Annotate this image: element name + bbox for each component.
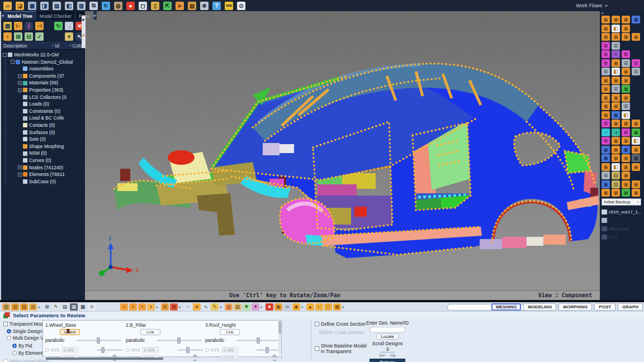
cat-icon[interactable]: ◉ xyxy=(274,303,282,311)
dropdown-caret-icon[interactable]: ▾ xyxy=(342,305,346,309)
morph-tool-icon[interactable]: ▣ xyxy=(602,25,610,32)
dropdown-caret-icon[interactable]: ▾ xyxy=(156,305,160,309)
export-mesh-icon[interactable]: ▤ xyxy=(29,303,37,311)
help-icon[interactable]: ? xyxy=(212,2,221,10)
slider-thumb[interactable] xyxy=(266,347,269,353)
wand-icon[interactable]: ✦ xyxy=(252,303,259,311)
morph-tool-icon[interactable]: ▣ xyxy=(622,163,630,171)
morph-tool-icon[interactable]: ▣ xyxy=(612,154,620,162)
window-copy-icon[interactable]: ⊞ xyxy=(43,303,51,311)
vertical-scrollbar[interactable] xyxy=(278,321,281,355)
car-model-canvas[interactable]: z x xyxy=(85,11,600,300)
mode-tab-modeling[interactable]: MODELING xyxy=(523,303,556,311)
radio[interactable] xyxy=(7,336,11,340)
tree-item[interactable]: Sets (0) xyxy=(5,136,85,143)
mesh-shell-icon[interactable]: ◗ xyxy=(129,303,137,311)
backup-dropdown[interactable]: Initial Backup ˅ xyxy=(602,198,641,206)
sphere-icon[interactable]: ● xyxy=(193,303,201,311)
tree-item[interactable]: Surfaces (0) xyxy=(5,129,85,136)
no-entry-icon[interactable]: ⊘ xyxy=(88,303,96,311)
tree-expander-icon[interactable]: + xyxy=(18,81,22,85)
morph-tool-icon[interactable]: ◧ xyxy=(612,68,620,75)
morph-tool-icon[interactable]: ▣ xyxy=(602,154,610,162)
column-description[interactable]: Description xyxy=(3,43,49,49)
define-cross-section-button[interactable]: Define Cross Section xyxy=(319,330,365,335)
cv-radio[interactable] xyxy=(45,348,49,352)
grid-all-icon[interactable]: ▦ xyxy=(79,303,87,311)
parameter-slider[interactable] xyxy=(236,340,281,341)
previous-design-arrow[interactable]: ⇦ xyxy=(379,353,385,358)
morph-tool-icon[interactable]: ▣ xyxy=(622,180,630,188)
morph-tool-icon[interactable]: ◑ xyxy=(612,128,620,136)
copy-window-icon[interactable]: ⧉ xyxy=(89,2,98,10)
tree-item[interactable]: -MeshWorks 22.0-GM xyxy=(3,51,85,59)
morph-tool-icon[interactable]: ▣ xyxy=(612,59,620,67)
checkbox[interactable] xyxy=(315,346,319,351)
tree-expander-icon[interactable]: + xyxy=(18,165,22,169)
morph-tool-icon[interactable]: ◧ xyxy=(612,163,620,171)
morph-tool-icon[interactable]: ▣ xyxy=(612,33,620,41)
import-model-icon[interactable]: ▥ xyxy=(2,303,10,311)
tree-add-icon[interactable]: ⊞ xyxy=(14,32,22,41)
morph-tool-icon[interactable]: ▣ xyxy=(622,25,630,32)
collapse-arrow-icon[interactable]: ▶ xyxy=(82,17,85,21)
parameter-slider[interactable] xyxy=(97,349,122,351)
morph-tool-icon[interactable]: ▣ xyxy=(622,94,630,102)
morph-tool-icon[interactable]: ◧ xyxy=(632,137,640,145)
tree-item[interactable]: +Properties (363) xyxy=(5,87,85,94)
tree-image-icon[interactable]: ▨ xyxy=(3,22,12,30)
morph-tool-icon[interactable]: ▣ xyxy=(622,146,630,154)
show-baseline-option[interactable]: Show Baseline Model in Transparent xyxy=(315,343,365,354)
pointer-icon[interactable]: ➤ xyxy=(176,2,184,10)
refresh-icon[interactable]: ↻ xyxy=(102,2,110,10)
morph-tool-icon[interactable]: ✿ xyxy=(602,42,610,50)
forward-arrow-icon[interactable]: → xyxy=(65,22,73,30)
import-mesh-icon[interactable]: ▥ xyxy=(11,303,19,311)
morph-tool-icon[interactable]: ▣ xyxy=(632,180,640,188)
cv-value-field[interactable]: 0.200 xyxy=(61,347,78,353)
tree-item[interactable]: SubCase (0) xyxy=(5,178,85,185)
design-list-item[interactable] xyxy=(602,216,644,225)
filter-sliders-icon[interactable]: ╫ xyxy=(25,22,33,30)
morph-tool-icon[interactable]: ⊞ xyxy=(602,68,610,75)
tree-item[interactable]: -Nastran::Demo2_Global xyxy=(5,59,85,66)
mesh-solid-icon[interactable]: ◖ xyxy=(138,303,146,311)
morph-tool-icon[interactable]: ▣ xyxy=(602,163,610,171)
mesh-surface-icon[interactable]: ◗ xyxy=(120,303,128,311)
slider-thumb[interactable] xyxy=(177,337,181,344)
tab-model-checker[interactable]: Model Checker xyxy=(36,11,75,20)
next-design-arrow[interactable]: ⇨ xyxy=(390,353,396,358)
morph-tool-icon[interactable]: ✿ xyxy=(622,50,630,58)
tab-model-tree[interactable]: Model Tree xyxy=(4,11,36,20)
mode-tab-post[interactable]: POST xyxy=(594,303,615,311)
morph-tool-icon[interactable]: ▣ xyxy=(602,111,610,119)
record-icon[interactable]: ● xyxy=(126,2,135,10)
morph-tool-icon[interactable]: ▣ xyxy=(602,94,610,102)
morph-tool-icon[interactable]: ✿ xyxy=(602,59,610,67)
notes-icon[interactable]: ▯ xyxy=(151,2,159,10)
tree-expander-icon[interactable]: + xyxy=(18,88,22,92)
link-toggle-button[interactable]: Link xyxy=(220,329,240,335)
power-icon[interactable]: ⊙ xyxy=(237,2,245,10)
slider-thumb[interactable] xyxy=(101,347,105,353)
table-red-icon[interactable]: ⊞ xyxy=(170,303,178,311)
report-icon[interactable]: ▤ xyxy=(188,2,196,10)
morph-tool-icon[interactable]: ◧ xyxy=(622,111,630,119)
morph-tool-icon[interactable]: ▣ xyxy=(602,180,610,188)
morph-tool-icon[interactable]: ▣ xyxy=(632,120,640,127)
tree-item[interactable]: Assemblies xyxy=(5,65,85,73)
cv-radio[interactable] xyxy=(126,348,130,352)
panel-icon[interactable]: ▥ xyxy=(225,303,233,311)
boot-icon[interactable]: ◆ xyxy=(292,303,300,311)
morph-tool-icon[interactable]: ✿ xyxy=(602,50,610,58)
dropdown-caret-icon[interactable]: ▾ xyxy=(220,305,224,309)
brush-icon[interactable]: ✎ xyxy=(52,303,60,311)
panel-close-icon[interactable]: ✕ xyxy=(82,34,86,38)
select-box-icon[interactable]: ◻ xyxy=(139,2,147,10)
transparent-mode-option[interactable]: Tranparent Mode xyxy=(3,321,40,327)
morph-tool-icon[interactable]: ▣ xyxy=(602,16,610,23)
import-file-icon[interactable]: ◪ xyxy=(16,2,24,10)
radio[interactable] xyxy=(12,351,17,355)
mode-tab-graph[interactable]: GRAPH xyxy=(618,303,643,311)
morph-tool-icon[interactable]: ▣ xyxy=(602,189,610,197)
